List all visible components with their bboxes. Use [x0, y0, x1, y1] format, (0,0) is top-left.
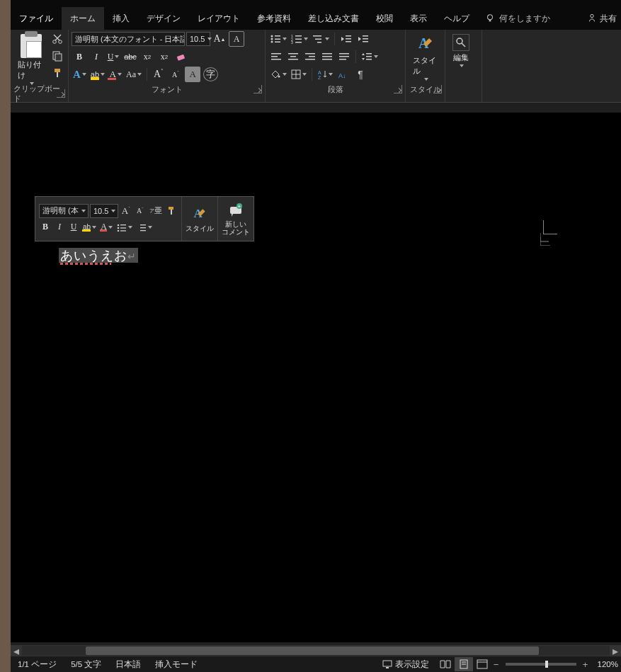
mini-highlight[interactable]: ab — [81, 220, 98, 234]
grow-font-2-button[interactable]: A˄ — [151, 67, 166, 82]
decrease-indent-button[interactable] — [338, 31, 354, 47]
tab-file[interactable]: ファイル — [11, 7, 62, 30]
enclose-char-button[interactable]: A — [229, 31, 244, 47]
scroll-left-button[interactable]: ◂ — [11, 645, 22, 656]
svg-rect-46 — [366, 53, 372, 55]
strikethrough-button[interactable]: abc — [123, 49, 138, 64]
tab-insert[interactable]: 挿入 — [104, 7, 138, 30]
share-label: 共有 — [600, 13, 617, 25]
show-marks-button[interactable]: A↓ — [336, 67, 351, 82]
zoom-out-button[interactable]: − — [491, 659, 501, 670]
tab-view[interactable]: 表示 — [401, 7, 435, 30]
font-color-button[interactable]: A — [108, 67, 123, 82]
mini-italic[interactable]: I — [53, 220, 66, 234]
shading-button[interactable] — [268, 67, 288, 82]
underline-button[interactable]: U — [106, 49, 121, 64]
grow-font-button[interactable]: A▲ — [212, 31, 227, 47]
align-right-button[interactable] — [302, 49, 318, 64]
status-page[interactable]: 1/1 ページ — [11, 659, 64, 670]
bold-button[interactable]: B — [72, 49, 87, 64]
scroll-right-button[interactable]: ▸ — [610, 645, 621, 656]
shrink-font-button[interactable]: A˅ — [168, 67, 183, 82]
horizontal-scrollbar[interactable]: ◂ ▸ — [11, 645, 621, 656]
page-surface[interactable]: 游明朝 (本 10.5 A˄ A˅ ア亜 B I U ab A — [11, 113, 621, 642]
change-case-button[interactable]: Aa — [125, 67, 143, 82]
selected-text[interactable]: あいうえお↵ — [59, 248, 138, 263]
mini-size-combo[interactable]: 10.5 — [90, 204, 118, 218]
editing-button[interactable]: 編集 — [448, 31, 474, 69]
font-name-combo[interactable]: 游明朝 (本文のフォント - 日本語 — [72, 32, 185, 46]
highlight-button[interactable]: ab — [89, 67, 106, 82]
copy-button[interactable] — [50, 48, 65, 64]
text-effects-button[interactable]: A — [72, 67, 88, 82]
mini-bullets[interactable] — [115, 220, 134, 234]
clipboard-dialog-launcher[interactable] — [57, 89, 65, 98]
document-area[interactable]: 游明朝 (本 10.5 A˄ A˅ ア亜 B I U ab A — [11, 103, 621, 656]
sort-button[interactable]: AZ — [316, 67, 334, 82]
svg-rect-30 — [363, 41, 368, 42]
tab-review[interactable]: 校閲 — [368, 7, 401, 30]
document-text[interactable]: あいうえお↵ — [59, 247, 138, 264]
format-painter-button[interactable] — [50, 65, 65, 81]
multilevel-list-button[interactable] — [311, 31, 331, 47]
zoom-slider[interactable] — [506, 663, 576, 666]
status-word-count[interactable]: 5/5 文字 — [64, 659, 108, 670]
status-language[interactable]: 日本語 — [108, 659, 148, 670]
tab-references[interactable]: 参考資料 — [249, 7, 300, 30]
zoom-thumb[interactable] — [545, 661, 548, 668]
clear-formatting-button[interactable] — [173, 49, 189, 64]
cut-button[interactable] — [50, 31, 65, 47]
mini-shrink-font[interactable]: A˅ — [134, 204, 147, 218]
mini-font-color[interactable]: A — [99, 220, 114, 234]
line-spacing-button[interactable] — [360, 49, 380, 64]
subscript-button[interactable]: x2 — [139, 49, 155, 64]
share-button[interactable]: 共有 — [583, 13, 621, 25]
increase-indent-button[interactable] — [355, 31, 371, 47]
mini-ruby[interactable]: ア亜 — [148, 204, 164, 218]
status-insert-mode[interactable]: 挿入モード — [148, 659, 205, 670]
char-shading-button[interactable]: A — [185, 67, 200, 82]
mini-bold[interactable]: B — [39, 220, 52, 234]
tab-help[interactable]: ヘルプ — [435, 7, 478, 30]
mini-font-combo[interactable]: 游明朝 (本 — [39, 204, 89, 218]
font-size-combo[interactable]: 10.5 — [186, 32, 210, 46]
borders-button[interactable] — [290, 67, 308, 82]
ruby-button[interactable]: 字 — [202, 67, 220, 82]
svg-rect-47 — [366, 56, 372, 57]
mini-styles-button[interactable]: スタイル — [186, 224, 214, 232]
scroll-track[interactable] — [22, 646, 610, 656]
styles-dialog-launcher[interactable] — [433, 85, 442, 93]
paragraph-dialog-launcher[interactable] — [394, 85, 402, 93]
paragraph-marks-button[interactable]: ¶ — [353, 67, 368, 82]
bullets-button[interactable] — [268, 31, 288, 47]
tab-layout[interactable]: レイアウト — [189, 7, 249, 30]
numbering-button[interactable]: 123 — [290, 31, 309, 47]
scroll-thumb[interactable] — [86, 647, 539, 655]
tell-me-search[interactable]: 何をしますか — [478, 13, 557, 25]
mini-grow-font[interactable]: A˄ — [120, 204, 132, 218]
zoom-level[interactable]: 120% — [591, 660, 621, 668]
tab-mailings[interactable]: 差し込み文書 — [300, 7, 368, 30]
styles-button[interactable]: A スタイル — [409, 31, 442, 82]
superscript-button[interactable]: x2 — [156, 49, 172, 64]
read-mode-button[interactable] — [436, 657, 455, 671]
web-layout-button[interactable] — [473, 657, 491, 671]
print-layout-button[interactable] — [455, 657, 473, 671]
mini-numbering[interactable] — [135, 220, 154, 234]
tab-design[interactable]: デザイン — [138, 7, 189, 30]
zoom-in-button[interactable]: + — [581, 659, 591, 670]
distribute-button[interactable] — [336, 49, 352, 64]
align-left-button[interactable] — [268, 49, 284, 64]
tab-home[interactable]: ホーム — [62, 7, 104, 30]
font-dialog-launcher[interactable] — [253, 85, 262, 93]
italic-button[interactable]: I — [89, 49, 104, 64]
paste-button[interactable]: 貼り付け — [13, 31, 48, 86]
bullets-icon — [270, 34, 281, 44]
align-center-button[interactable] — [285, 49, 301, 64]
display-settings-button[interactable]: 表示設定 — [375, 659, 436, 670]
mini-format-painter[interactable] — [165, 204, 178, 218]
styles-icon: A — [416, 34, 435, 54]
align-justify-button[interactable] — [319, 49, 335, 64]
mini-new-comment-button[interactable]: 新しいコメント — [222, 220, 250, 236]
mini-underline[interactable]: U — [67, 220, 80, 234]
